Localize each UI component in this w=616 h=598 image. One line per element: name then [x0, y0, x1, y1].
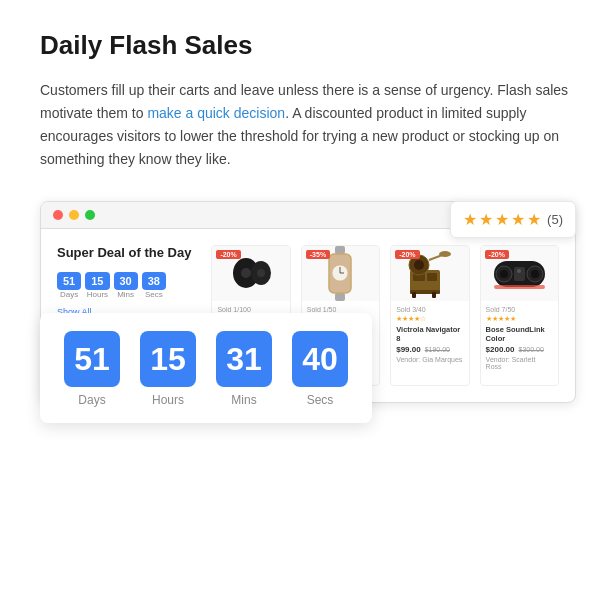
- star-4: ★: [511, 210, 525, 229]
- countdown-small-secs: 38 Secs: [142, 272, 166, 299]
- small-secs-value: 38: [142, 272, 166, 290]
- svg-point-25: [531, 270, 539, 278]
- countdown-small-mins: 30 Mins: [114, 272, 138, 299]
- svg-point-27: [517, 269, 521, 273]
- small-hours-label: Hours: [87, 290, 108, 299]
- product-badge-3: -20%: [395, 250, 419, 259]
- star-5-half: ★: [527, 210, 541, 229]
- star-2: ★: [479, 210, 493, 229]
- svg-point-2: [241, 268, 251, 278]
- product-info-3: Sold 3/40 ★★★★☆ Victrola Navigator 8 $99…: [391, 301, 468, 369]
- countdown-small-days: 51 Days: [57, 272, 81, 299]
- countdown-large-secs: 40 Secs: [292, 331, 348, 407]
- svg-point-15: [414, 260, 424, 270]
- large-secs-label: Secs: [307, 393, 334, 407]
- svg-point-23: [500, 270, 508, 278]
- browser-dot-yellow: [69, 210, 79, 220]
- super-deal-title: Super Deal of the Day: [57, 245, 191, 262]
- rating-count: (5): [547, 212, 563, 227]
- small-hours-value: 15: [85, 272, 109, 290]
- price-original-3: $190.00: [425, 346, 450, 353]
- countdown-large-hours: 15 Hours: [140, 331, 196, 407]
- small-days-label: Days: [60, 290, 78, 299]
- large-mins-label: Mins: [231, 393, 256, 407]
- price-current-3: $99.00: [396, 345, 420, 354]
- product-name-3: Victrola Navigator 8: [396, 325, 463, 343]
- product-image-speaker: [492, 255, 547, 293]
- svg-rect-13: [427, 273, 437, 281]
- large-hours-label: Hours: [152, 393, 184, 407]
- ps3: ★★★★☆: [396, 315, 426, 323]
- large-hours-value: 15: [140, 331, 196, 387]
- large-days-label: Days: [78, 393, 105, 407]
- product-sold-1: Sold 1/100: [217, 306, 284, 313]
- svg-rect-20: [432, 292, 436, 298]
- small-mins-label: Mins: [117, 290, 134, 299]
- product-stars-4: ★★★★★: [486, 315, 553, 323]
- product-name-4: Bose SoundLink Color: [486, 325, 553, 343]
- product-price-row-4: $200.00 $300.00: [486, 345, 553, 354]
- product-stars-3: ★★★★☆: [396, 315, 463, 323]
- product-sold-3: Sold 3/40: [396, 306, 463, 313]
- product-sold-4: Sold 7/50: [486, 306, 553, 313]
- price-current-4: $200.00: [486, 345, 515, 354]
- page-title: Daily Flash Sales: [40, 30, 576, 61]
- countdown-large-mins: 31 Mins: [216, 331, 272, 407]
- product-badge-4: -20%: [485, 250, 509, 259]
- svg-point-3: [257, 269, 265, 277]
- product-price-row-3: $99.00 $190.00: [396, 345, 463, 354]
- large-mins-value: 31: [216, 331, 272, 387]
- star-rating: ★ ★ ★ ★ ★: [463, 210, 541, 229]
- content-area: ★ ★ ★ ★ ★ (5) Super Deal of the Day 51: [40, 201, 576, 403]
- description-text: Customers fill up their carts and leave …: [40, 79, 576, 171]
- small-mins-value: 30: [114, 272, 138, 290]
- browser-dot-red: [53, 210, 63, 220]
- svg-rect-28: [494, 285, 545, 289]
- large-secs-value: 40: [292, 331, 348, 387]
- large-days-value: 51: [64, 331, 120, 387]
- price-original-4: $300.00: [519, 346, 544, 353]
- vendor-3: Vendor: Gia Marques: [396, 356, 463, 363]
- svg-rect-19: [412, 292, 416, 298]
- star-3: ★: [495, 210, 509, 229]
- browser-dot-green: [85, 210, 95, 220]
- product-badge-2: -35%: [306, 250, 330, 259]
- desc-link[interactable]: make a quick decision: [147, 105, 285, 121]
- small-days-value: 51: [57, 272, 81, 290]
- small-secs-label: Secs: [145, 290, 163, 299]
- countdown-large-days: 51 Days: [64, 331, 120, 407]
- countdown-large: 51 Days 15 Hours 31 Mins 40 Secs: [40, 313, 372, 423]
- svg-rect-4: [335, 246, 345, 254]
- rating-badge: ★ ★ ★ ★ ★ (5): [450, 201, 576, 238]
- svg-point-17: [439, 251, 451, 257]
- product-info-4: Sold 7/50 ★★★★★ Bose SoundLink Color $20…: [481, 301, 558, 376]
- ps4: ★★★★★: [486, 315, 516, 323]
- countdown-small: 51 Days 15 Hours 30 Mins 38: [57, 272, 191, 299]
- countdown-small-hours: 15 Hours: [85, 272, 109, 299]
- product-card-4[interactable]: -20%: [480, 245, 559, 386]
- vendor-4: Vendor: Scarlett Ross: [486, 356, 553, 370]
- star-1: ★: [463, 210, 477, 229]
- product-card-3[interactable]: -20%: [390, 245, 469, 386]
- product-sold-2: Sold 1/50: [307, 306, 374, 313]
- super-deal-box: Super Deal of the Day 51 Days 15 Hours 3…: [57, 245, 191, 317]
- svg-rect-5: [335, 293, 345, 301]
- product-badge-1: -20%: [216, 250, 240, 259]
